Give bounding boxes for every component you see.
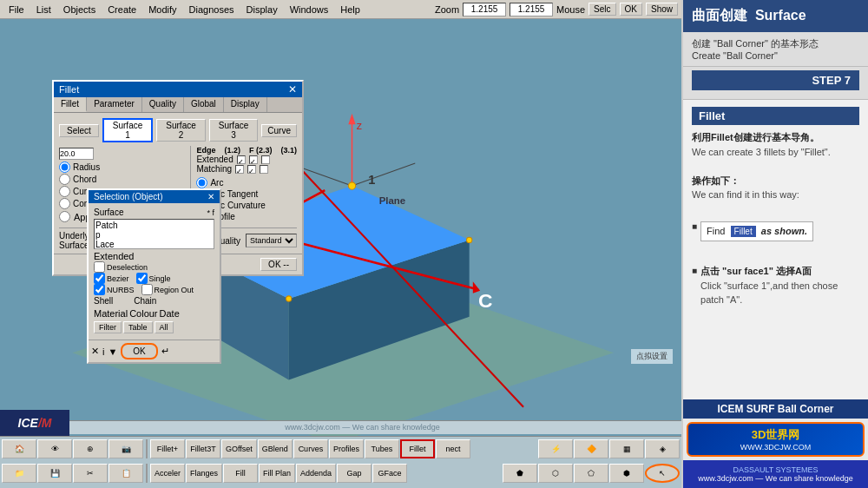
find-label: Find	[707, 226, 725, 236]
chord-radio[interactable]: Chord	[59, 174, 183, 185]
radius-radio[interactable]: Radius	[59, 162, 183, 173]
step-label: STEP 7	[692, 70, 859, 90]
table-button[interactable]: Table	[123, 321, 153, 333]
menu-file[interactable]: File	[3, 3, 30, 16]
fill-plan-btn[interactable]: Fill Plan	[259, 464, 295, 483]
icon2-btn-1[interactable]: 📁	[2, 464, 36, 483]
toolbar-row1: 🏠 👁 ⊕ 📷 Fillet+ Fillet3T GOffset GBlend …	[0, 437, 681, 461]
tab-fillet[interactable]: Fillet	[54, 97, 87, 112]
single-check[interactable]: Single	[136, 273, 171, 284]
icon2-tool-1[interactable]: ⬟	[503, 464, 537, 483]
tab-display[interactable]: Display	[224, 97, 267, 112]
icon-tool-3[interactable]: ▦	[609, 439, 644, 458]
icem-logo-text: ICE/M	[18, 416, 52, 430]
icon-tool-2[interactable]: 🔶	[574, 439, 608, 458]
right-panel-sub: 创建 "Ball Corner" 的基本形态 Create "Ball Corn…	[683, 32, 868, 67]
gblend-btn[interactable]: GBlend	[258, 439, 293, 458]
icon2-btn-4[interactable]: 📋	[108, 464, 143, 483]
surface1-button[interactable]: Surface 1	[102, 118, 154, 142]
tubes-btn[interactable]: Tubes	[365, 439, 399, 458]
fillet3t-btn[interactable]: Fillet3T	[186, 439, 220, 458]
menu-windows[interactable]: Windows	[285, 3, 334, 16]
logo-section: ICEM SURF Ball Corner 3D世界网 WWW.3DCJW.CO…	[683, 399, 868, 488]
fill-btn[interactable]: Fill	[223, 464, 258, 483]
matching-check2[interactable]	[247, 165, 256, 174]
goffset-btn[interactable]: GOffset	[221, 439, 257, 458]
extended-check3[interactable]	[261, 155, 270, 164]
surface2-button[interactable]: Surface 2	[156, 119, 206, 142]
down-icon[interactable]: ▼	[108, 346, 117, 357]
nurbs-check[interactable]: NURBS	[94, 284, 135, 295]
icon-btn-2[interactable]: 👁	[37, 439, 72, 458]
surface-list[interactable]: Patch p Lace	[94, 219, 214, 249]
gface-btn[interactable]: GFace	[372, 464, 407, 483]
zoom-input2[interactable]	[510, 3, 553, 16]
nurbs-checks: NURBS Region Out	[94, 284, 214, 295]
menu-help[interactable]: Help	[335, 3, 365, 16]
subtitle-en: Create "Ball Corner"	[692, 50, 859, 61]
curve-button[interactable]: Curve	[261, 124, 297, 137]
select-button[interactable]: Select	[59, 124, 99, 137]
x-icon[interactable]: ✕	[91, 346, 99, 357]
point-settings[interactable]: 点拟设置	[631, 349, 673, 364]
matching-check1[interactable]	[235, 165, 244, 174]
menu-create[interactable]: Create	[102, 3, 141, 16]
icon2-tool-4[interactable]: ⬢	[609, 464, 644, 483]
deselection-check[interactable]: Deselection	[94, 261, 148, 273]
menu-diagnoses[interactable]: Diagnoses	[184, 3, 240, 16]
quality-select[interactable]: Standard	[246, 234, 297, 247]
menu-objects[interactable]: Objects	[58, 3, 101, 16]
right-panel: 曲面创建 Surface 创建 "Ball Corner" 的基本形态 Crea…	[681, 0, 868, 488]
menu-list[interactable]: List	[31, 3, 56, 16]
surface3-button[interactable]: Surface 3	[209, 119, 259, 142]
fillet-section-title: Fillet	[692, 107, 859, 125]
all-button[interactable]: All	[155, 321, 174, 333]
menu-display[interactable]: Display	[241, 3, 283, 16]
filter-buttons: Material Colour Date	[94, 308, 214, 319]
show-button[interactable]: Show	[646, 3, 678, 16]
matching-check3[interactable]	[260, 165, 268, 174]
fillet-dialog-close[interactable]: ✕	[288, 83, 297, 96]
cursor-btn[interactable]: ↖	[645, 464, 680, 483]
icon-tool-4[interactable]: ◈	[645, 439, 680, 458]
sel-close[interactable]: ✕	[207, 192, 214, 201]
info-icon[interactable]: i	[102, 346, 104, 357]
icon2-btn-3[interactable]: ✂	[73, 464, 108, 483]
icon2-btn-2[interactable]: 💾	[37, 464, 72, 483]
selc-button[interactable]: Selc	[589, 3, 615, 16]
gap-btn[interactable]: Gap	[337, 464, 372, 483]
icon2-tool-2[interactable]: ⬡	[538, 464, 573, 483]
arc-radio[interactable]: Arc	[196, 177, 297, 188]
return-icon[interactable]: ↵	[161, 346, 169, 357]
zoom-input1[interactable]	[463, 3, 506, 16]
tab-global[interactable]: Global	[184, 97, 224, 112]
bezier-check[interactable]: Bezier	[94, 273, 129, 284]
extended-check2[interactable]	[249, 155, 258, 164]
fillet-plus-btn[interactable]: Fillet+	[150, 439, 185, 458]
radius-input[interactable]	[59, 148, 94, 160]
fillet-main-btn[interactable]: Fillet	[400, 439, 435, 458]
tab-quality[interactable]: Quality	[142, 97, 184, 112]
fillet-ok-button[interactable]: OK --	[260, 258, 297, 271]
toolbar-row2: 📁 💾 ✂ 📋 Acceler Flanges Fill Fill Plan A…	[0, 461, 681, 485]
menu-modify[interactable]: Modify	[143, 3, 181, 16]
acceler-btn[interactable]: Acceler	[150, 464, 185, 483]
selection-ok-button[interactable]: OK	[121, 343, 157, 359]
addenda-btn[interactable]: Addenda	[296, 464, 336, 483]
profiles-btn[interactable]: Profiles	[329, 439, 364, 458]
icon-btn-1[interactable]: 🏠	[2, 439, 36, 458]
icon-btn-4[interactable]: 📷	[108, 439, 143, 458]
fillet-buttons-row: Select Surface 1 Surface 2 Surface 3 Cur…	[59, 118, 297, 142]
curves-btn[interactable]: Curves	[293, 439, 328, 458]
icon2-tool-3[interactable]: ⬠	[574, 464, 608, 483]
flanges-btn[interactable]: Flanges	[186, 464, 222, 483]
ok-button-menu[interactable]: OK	[620, 3, 642, 16]
tab-parameter[interactable]: Parameter	[87, 97, 142, 112]
icon-tool-1[interactable]: ⚡	[538, 439, 573, 458]
filter-button[interactable]: Filter	[94, 321, 122, 333]
nect-btn[interactable]: nect	[436, 439, 470, 458]
extended-check1[interactable]	[237, 155, 246, 164]
icon-btn-3[interactable]: ⊕	[73, 439, 108, 458]
region-out-check[interactable]: Region Out	[141, 284, 194, 295]
f2-col: (3.1)	[280, 146, 297, 155]
